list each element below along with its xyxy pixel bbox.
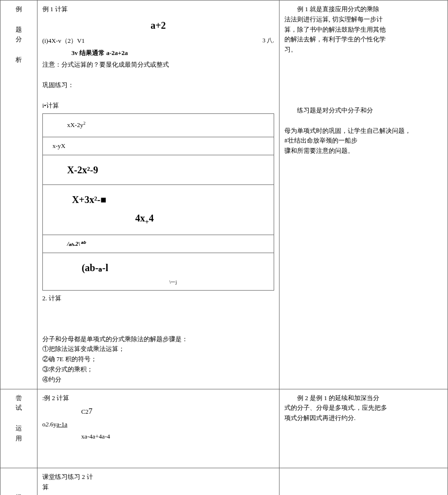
- label-text: 例: [5, 4, 32, 15]
- cell: X+3x²-■ 4x+4: [42, 185, 274, 235]
- practice-title: 课堂练习练习 2 计: [42, 472, 274, 482]
- note-line: 算，除了书中的解法鼓励学生用其他: [284, 25, 443, 35]
- note-line: 练习题是对分式中分子和分: [284, 106, 443, 116]
- example2-title: :例 2 计算: [42, 393, 274, 403]
- note-line: 例 2 是例 1 的延续和加深当分: [284, 393, 443, 403]
- note-line: 骤和所需要注意的问题。: [284, 146, 443, 156]
- label-text: 试: [5, 403, 32, 413]
- row3-note: 引导学生对知识的梳理和思想方法的提 炼，教会学生学习的方法。提图学生对知识运 用…: [280, 468, 448, 495]
- formula-text: o2.6ya-1a: [42, 421, 68, 428]
- formula: (ab-ₐ-l: [82, 260, 269, 275]
- formula: X-2x²-9: [48, 162, 98, 178]
- note-line: 法法则进行运算, 切实理解每一步计: [284, 15, 443, 25]
- formula-table: xX-2y2 x-yX X-2x²-9 X+3x²-■ 4x+4 /ₐₕ.2\ᵃ…: [42, 113, 274, 291]
- cell: /ₐₕ.2\ᵃᵇ: [42, 235, 274, 253]
- row2-note: 例 2 是例 1 的延续和加深当分 式的分子、分母是多项式.，应先把多 项式分解…: [280, 389, 448, 468]
- formula: /ₐₕ.2\ᵃᵇ: [67, 240, 86, 247]
- row2-label: 尝 试 运 用: [0, 389, 37, 468]
- label-text: 提: [5, 493, 32, 495]
- label-text: 分: [5, 35, 32, 45]
- note-line: 母为单项式时的巩固，让学生自己解决问题，: [284, 126, 443, 136]
- row1-note: 例 1 就是直接应用分式的乘除 法法则进行运算, 切实理解每一步计 算，除了书中…: [280, 0, 448, 389]
- calc-label: i•计算: [42, 101, 274, 111]
- formula: xa-4a+4a-4: [81, 432, 274, 442]
- label-text: 析: [5, 55, 32, 65]
- step-intro: 分子和分母都是单项式的分式乘除法的解题步骤是：: [42, 334, 274, 345]
- row3-content: 课堂练习练习 2 计 算 i2A2x+2yx+ (M2-：1(2)X2：2R x…: [37, 468, 279, 495]
- row2-content: :例 2 计算 C27 o2.6ya-1a xa-4a+4a-4: [37, 389, 279, 468]
- note-line: 的解法去解，有利于学生的个性化学: [284, 35, 443, 45]
- cell: X-2x²-9: [42, 155, 274, 185]
- note-line: 项式分解因式再进行约分.: [284, 413, 443, 423]
- formula-text: C27: [81, 408, 93, 415]
- cell: x-yX: [42, 137, 274, 155]
- label-text: 运: [5, 423, 32, 434]
- note-line: #壮结出命放举颈的一船步: [284, 136, 443, 146]
- cell: (ab-ₐ-l \一j: [42, 253, 274, 291]
- formula: 3v 结果通常 a-2a+2a: [72, 48, 274, 58]
- note-text: 注意：分式运算的？要显化成最简分式或整式: [42, 60, 274, 70]
- label-text: 尝: [5, 393, 32, 403]
- row1-label: 例 题 分 析: [0, 0, 37, 389]
- step-item: ③求分式的乘积；: [42, 365, 274, 375]
- label-text: 用: [5, 434, 32, 444]
- exponent: 2: [83, 121, 86, 126]
- label-text: 题: [5, 25, 32, 35]
- step-item: ①把除法运算变成乘法运算；: [42, 344, 274, 354]
- calc2-label: 2. 计算: [42, 293, 274, 304]
- practice-label: 巩固练习：: [42, 80, 274, 91]
- step-item: ②确 7E 积的符号；: [42, 354, 274, 365]
- formula: xX-2y2: [48, 120, 86, 130]
- row1-content: 例 1 计算 a+2 (i)4X-v（2）V1 3 八. 3v 结果通常 a-2…: [37, 0, 279, 389]
- cell: xX-2y2: [42, 114, 274, 137]
- formula: 4x+4: [135, 210, 269, 227]
- formula: \一j: [169, 278, 269, 286]
- formula-text: (i)4X-v（2）V1: [42, 37, 85, 44]
- formula-text: xX-2y: [67, 122, 83, 129]
- formula: (i)4X-v（2）V1 3 八.: [42, 36, 274, 46]
- formula-text: 4x+4: [135, 213, 154, 223]
- formula: a+2: [42, 18, 274, 33]
- note-line: 习。: [284, 45, 443, 55]
- formula-text: 3 八.: [262, 36, 274, 45]
- note-line: 例 1 就是直接应用分式的乘除: [284, 4, 443, 15]
- example1-title: 例 1 计算: [42, 4, 274, 15]
- formula: o2.6ya-1a: [42, 420, 274, 430]
- formula: C27: [81, 405, 274, 418]
- formula: x-yX: [53, 142, 66, 149]
- lesson-plan-table: 例 题 分 析 例 1 计算 a+2 (i)4X-v（2）V1 3 八. 3v …: [0, 0, 448, 495]
- step-item: ④约分: [42, 375, 274, 385]
- note-line: 式的分子、分母是多项式.，应先把多: [284, 403, 443, 413]
- row3-label: 提 高训 练: [0, 468, 37, 495]
- formula: X+3x²-■: [72, 192, 269, 207]
- practice-title: 算: [42, 482, 274, 493]
